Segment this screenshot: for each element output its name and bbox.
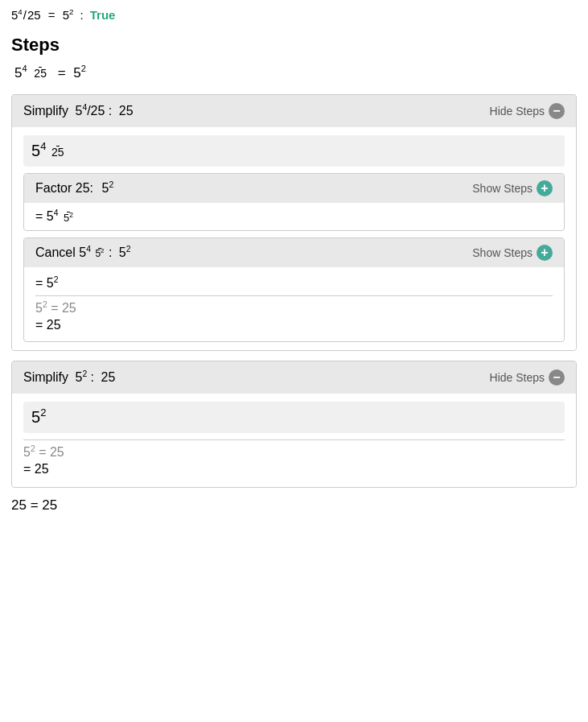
me-frac-den: 25	[32, 68, 48, 80]
show-steps-factor[interactable]: Show Steps +	[472, 180, 553, 196]
cancel-text: Cancel	[35, 245, 79, 259]
c-v2: 2	[126, 245, 131, 254]
factor-25-header: Factor 25: 52 Show Steps +	[24, 174, 564, 203]
top-25: 25	[27, 8, 41, 22]
s2-divider	[23, 439, 565, 440]
top-equation-line: 54/25 = 52 : True	[11, 8, 577, 22]
s2-display-expr: 52	[31, 408, 46, 426]
top-slash: /	[23, 8, 27, 22]
c-den: 52	[95, 249, 104, 258]
simplify-label-1: Simplify 54/25 : 25	[23, 104, 134, 118]
show-steps-cancel[interactable]: Show Steps +	[472, 245, 553, 261]
simplify-block-2-body: 52 52 = 25 = 25	[12, 394, 576, 487]
f-2: 2	[109, 180, 113, 189]
cancel-frac: 54 52	[79, 245, 109, 259]
top-5rhs: 5	[63, 8, 69, 22]
main-equation: 54 25 = 52	[11, 65, 577, 81]
show-steps-factor-icon: +	[537, 180, 553, 196]
simplify-text-1: Simplify	[23, 104, 68, 118]
s2l1-2: 2	[31, 444, 35, 453]
factor-label: Factor 25: 52	[35, 181, 113, 196]
me-eq: =	[58, 65, 66, 80]
factor-text: Factor 25:	[35, 181, 93, 195]
cancel-content: = 52 52 = 25 = 25	[24, 267, 564, 341]
me-4: 4	[22, 64, 27, 73]
simplify-1-colon: :	[109, 104, 112, 118]
simplify-block-1-header: Simplify 54/25 : 25 Hide Steps −	[12, 95, 576, 127]
s2-2: 2	[82, 369, 87, 378]
cancel-header: Cancel 54 52 : 52 Show Steps +	[24, 238, 564, 267]
simplify-2-colon: :	[91, 370, 94, 384]
simplify-text-2: Simplify	[23, 370, 68, 384]
cancel-line3: = 25	[35, 318, 553, 332]
top-separator: :	[80, 8, 84, 22]
hide-steps-icon-2: −	[549, 369, 565, 386]
show-steps-factor-label: Show Steps	[472, 182, 532, 195]
simplify-2-expr: 52	[75, 370, 87, 384]
simplify-block-2: Simplify 52 : 25 Hide Steps − 52 52 = 25…	[11, 361, 577, 488]
top-exp2: 2	[69, 7, 73, 16]
s2-inner-display: 52	[23, 402, 565, 433]
me-2rhs: 2	[81, 64, 86, 73]
steps-heading: Steps	[11, 35, 577, 56]
top-result: True	[90, 8, 116, 22]
me-5rhs: 5	[73, 65, 80, 80]
cancel-value: 52	[119, 245, 131, 259]
cancel-label: Cancel 54 52 : 52	[35, 245, 130, 260]
hide-steps-btn-2[interactable]: Hide Steps −	[490, 369, 565, 386]
s1d-den: 25	[51, 146, 64, 158]
s1-display-frac: 54 25	[31, 142, 64, 159]
simplify-label-2: Simplify 52 : 25	[23, 370, 115, 385]
cl1-2: 2	[54, 275, 59, 284]
cancel-divider	[35, 295, 553, 296]
c-4: 4	[86, 245, 91, 254]
factor-value: 52	[101, 181, 113, 195]
cancel-line1: = 52	[35, 276, 553, 291]
factor-result: = 54 52	[24, 203, 564, 230]
simplify-2-value: 25	[101, 370, 116, 384]
simplify-1-value: 25	[119, 104, 134, 118]
top-lhs: 54/25 = 52	[11, 8, 74, 22]
s2-line2: = 25	[23, 462, 565, 477]
c-den-2: 2	[101, 247, 104, 254]
s1-exp4: 4	[82, 103, 87, 112]
hide-steps-label-1: Hide Steps	[490, 105, 545, 118]
simplify-block-1: Simplify 54/25 : 25 Hide Steps − 54 25	[11, 94, 577, 351]
show-steps-cancel-label: Show Steps	[472, 246, 532, 259]
cancel-line2: 52 = 25	[35, 301, 553, 316]
hide-steps-btn-1[interactable]: Hide Steps −	[490, 103, 565, 119]
cancel-colon: :	[109, 245, 112, 259]
factor-result-eq: =	[35, 209, 47, 223]
s1-inner-display: 54 25	[23, 135, 565, 167]
fr-4: 4	[54, 208, 59, 217]
fr-den-2: 2	[69, 210, 73, 218]
cl2-2: 2	[43, 300, 47, 309]
factor-result-frac: 54 52	[47, 209, 75, 223]
s2-line1: 52 = 25	[23, 445, 565, 460]
simplify-1-frac: 54/25	[75, 104, 108, 118]
show-steps-cancel-icon: +	[537, 245, 553, 261]
hide-steps-icon-1: −	[549, 103, 565, 119]
cancel-block: Cancel 54 52 : 52 Show Steps +	[23, 237, 565, 342]
top-exp4: 4	[18, 7, 22, 16]
s1d-4: 4	[40, 140, 46, 152]
s2d-2: 2	[40, 406, 46, 419]
simplify-block-2-header: Simplify 52 : 25 Hide Steps −	[12, 361, 576, 394]
top-equals: =	[48, 8, 56, 22]
s1-25: 25	[91, 104, 105, 118]
fr-den: 52	[64, 212, 73, 223]
me-frac-line: 25	[32, 67, 48, 80]
simplify-block-1-body: 54 25 Factor 25: 52 Show Steps +	[12, 127, 576, 350]
factor-25-block: Factor 25: 52 Show Steps + = 54 52	[23, 173, 565, 231]
hide-steps-label-2: Hide Steps	[490, 371, 545, 384]
final-equation: 25 = 25	[11, 497, 577, 514]
